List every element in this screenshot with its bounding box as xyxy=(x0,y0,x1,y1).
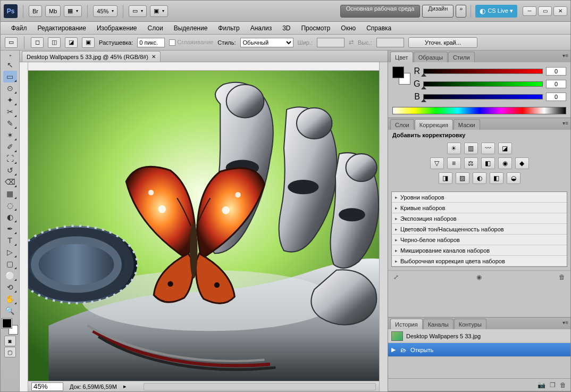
adj-expand-icon[interactable]: ⤢ xyxy=(393,273,399,281)
adj-photofilter-icon[interactable]: ◉ xyxy=(498,157,512,169)
history-camera-icon[interactable]: 📷 xyxy=(538,381,545,389)
preset-levels[interactable]: Уровни наборов xyxy=(392,192,567,203)
window-maximize[interactable]: ▭ xyxy=(538,6,552,16)
preset-exposure[interactable]: Экспозиция наборов xyxy=(392,213,567,224)
screenmode-button[interactable]: ▣ xyxy=(150,5,168,17)
vertical-scrollbar[interactable] xyxy=(379,62,388,391)
hand-tool[interactable]: ✋ xyxy=(3,293,17,305)
3d-tool[interactable]: ⚪ xyxy=(3,270,17,281)
zoom-tool[interactable]: 🔍 xyxy=(3,305,17,316)
quickmask-toggle[interactable]: ◙ xyxy=(4,336,16,346)
menu-select[interactable]: Выделение xyxy=(169,24,213,32)
zoom-select[interactable]: 45% xyxy=(93,5,117,17)
tool-preset-icon[interactable]: ▭ xyxy=(5,37,18,48)
menu-filter[interactable]: Фильтр xyxy=(213,24,245,32)
b-slider[interactable] xyxy=(423,94,543,99)
path-tool[interactable]: ▷ xyxy=(3,246,17,258)
adj-levels-icon[interactable]: ▥ xyxy=(464,143,478,154)
window-close[interactable]: ✕ xyxy=(553,6,567,16)
view-extras-button[interactable]: ▦ xyxy=(64,5,82,17)
refine-edge-button[interactable]: Уточн. край... xyxy=(408,37,477,48)
panel-menu-icon[interactable]: ▾≡ xyxy=(562,320,568,326)
lasso-tool[interactable]: ⊙ xyxy=(3,82,17,94)
eyedropper-tool[interactable]: ✎ xyxy=(3,118,17,129)
type-tool[interactable]: T xyxy=(3,235,17,246)
tab-styles[interactable]: Стили xyxy=(448,52,475,62)
menu-analysis[interactable]: Анализ xyxy=(245,24,278,32)
g-slider[interactable] xyxy=(423,81,543,87)
menu-layer[interactable]: Слои xyxy=(142,24,169,32)
marquee-add-icon[interactable]: ◫ xyxy=(48,37,61,48)
menu-image[interactable]: Изображение xyxy=(91,24,142,32)
tab-channels[interactable]: Каналы xyxy=(423,319,454,329)
adj-vibrance-icon[interactable]: ▽ xyxy=(430,157,444,169)
panel-menu-icon[interactable]: ▾≡ xyxy=(562,120,568,126)
adj-invert-icon[interactable]: ◨ xyxy=(439,172,452,184)
menu-3d[interactable]: 3D xyxy=(277,24,296,32)
panel-menu-icon[interactable]: ▾≡ xyxy=(562,53,568,59)
history-brush-tool[interactable]: ↺ xyxy=(3,164,17,176)
preset-selectivecolor[interactable]: Выборочная коррекция цвета наборов xyxy=(392,256,567,266)
document-tab[interactable]: Desktop Wallpapers 5 33.jpg @ 45% (RGB/8… xyxy=(22,51,161,62)
adj-brightness-icon[interactable]: ☀ xyxy=(447,143,461,154)
history-step-open[interactable]: ▶ 🗁 Открыть xyxy=(388,343,570,357)
window-minimize[interactable]: ─ xyxy=(523,6,536,16)
tools-collapse-handle[interactable] xyxy=(2,53,18,57)
tab-paths[interactable]: Контуры xyxy=(454,319,486,329)
tab-history[interactable]: История xyxy=(390,319,423,329)
minibridge-button[interactable]: Mb xyxy=(45,5,61,17)
marquee-intersect-icon[interactable]: ▣ xyxy=(82,37,95,48)
r-input[interactable] xyxy=(546,67,566,76)
preset-channelmix[interactable]: Микширование каналов наборов xyxy=(392,245,567,256)
screenmode-toggle[interactable]: ▢ xyxy=(4,347,16,357)
adj-bw-icon[interactable]: ◧ xyxy=(481,157,495,169)
document-tab-close-icon[interactable]: ✕ xyxy=(152,54,156,60)
adj-colorbalance-icon[interactable]: ⚖ xyxy=(464,157,478,169)
workspace-main-button[interactable]: Основная рабочая среда xyxy=(340,5,421,18)
foreground-background-swatch[interactable] xyxy=(2,319,18,335)
dodge-tool[interactable]: ◐ xyxy=(3,211,17,223)
color-fg-bg-swatch[interactable] xyxy=(392,66,410,85)
healing-tool[interactable]: ✶ xyxy=(3,129,17,141)
blur-tool[interactable]: ◌ xyxy=(3,199,17,211)
marquee-sub-icon[interactable]: ◪ xyxy=(65,37,78,48)
preset-curves[interactable]: Кривые наборов xyxy=(392,203,567,213)
marquee-new-icon[interactable]: ◻ xyxy=(31,37,44,48)
shape-tool[interactable]: ▢ xyxy=(3,258,17,270)
arrange-button[interactable]: ▭ xyxy=(129,5,147,17)
menu-view[interactable]: Просмотр xyxy=(296,24,335,32)
workspace-design-button[interactable]: Дизайн xyxy=(422,5,454,18)
crop-tool[interactable]: ✂ xyxy=(3,106,17,118)
adj-channelmixer-icon[interactable]: ◆ xyxy=(515,157,529,169)
horizontal-scrollbar[interactable] xyxy=(144,383,376,390)
color-ramp[interactable] xyxy=(392,107,566,114)
adj-curves-icon[interactable]: 〰 xyxy=(481,143,495,154)
tab-color[interactable]: Цвет xyxy=(390,52,413,62)
bridge-button[interactable]: Br xyxy=(29,5,42,17)
tab-masks[interactable]: Маски xyxy=(454,119,480,130)
adj-posterize-icon[interactable]: ▨ xyxy=(456,172,469,184)
g-input[interactable] xyxy=(546,80,566,88)
tab-layers[interactable]: Слои xyxy=(390,119,414,130)
eraser-tool[interactable]: ⌫ xyxy=(3,176,17,188)
menu-help[interactable]: Справка xyxy=(361,24,397,32)
preset-bw[interactable]: Черно-белое наборов xyxy=(392,235,567,245)
menu-window[interactable]: Окно xyxy=(335,24,361,32)
brush-tool[interactable]: ✐ xyxy=(3,141,17,153)
feather-input[interactable] xyxy=(137,38,165,47)
pen-tool[interactable]: ✒ xyxy=(3,223,17,235)
adj-selective-icon[interactable]: ◒ xyxy=(507,172,520,184)
b-input[interactable] xyxy=(546,93,566,101)
cs-live-button[interactable]: CS Live ▾ xyxy=(475,5,517,18)
3d-camera-tool[interactable]: ⟲ xyxy=(3,281,17,293)
adj-huesat-icon[interactable]: ≡ xyxy=(447,157,461,169)
workspace-more-button[interactable]: » xyxy=(456,5,466,18)
adj-gradmap-icon[interactable]: ◧ xyxy=(490,172,503,184)
r-slider[interactable] xyxy=(423,69,543,74)
status-zoom-input[interactable] xyxy=(31,382,63,391)
status-menu-icon[interactable]: ▸ xyxy=(123,383,127,390)
move-tool[interactable]: ↖ xyxy=(3,59,17,71)
history-snapshot[interactable]: Desktop Wallpapers 5 33.jpg xyxy=(388,329,570,343)
menu-edit[interactable]: Редактирование xyxy=(32,24,91,32)
adj-trash-icon[interactable]: 🗑 xyxy=(559,273,565,281)
